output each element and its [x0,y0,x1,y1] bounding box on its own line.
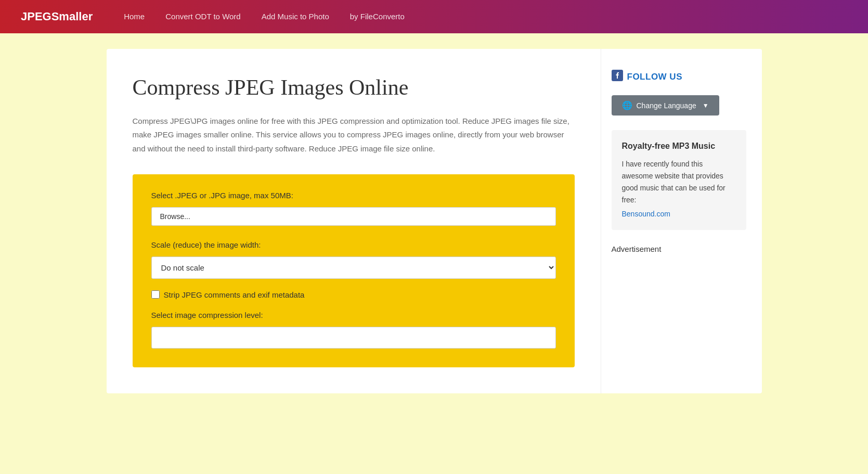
navbar: JPEGSmaller Home Convert ODT to Word Add… [0,0,868,33]
file-input-row: Browse... [151,207,556,226]
nav-home[interactable]: Home [124,12,145,21]
browse-button[interactable]: Browse... [151,207,199,226]
file-input-label: Select .JPEG or .JPG image, max 50MB: [151,191,556,200]
nav-links: Home Convert ODT to Word Add Music to Ph… [124,12,405,21]
music-card-text: I have recently found this awesome websi… [622,158,736,206]
bensound-link[interactable]: Bensound.com [622,210,670,218]
main-card: Compress JPEG Images Online Compress JPE… [107,49,762,393]
main-content: Compress JPEG Images Online Compress JPE… [107,49,601,393]
compression-label: Select image compression level: [151,311,556,319]
strip-metadata-checkbox[interactable] [151,290,160,299]
file-name-display [199,207,556,226]
change-language-button[interactable]: 🌐 Change Language ▼ [612,95,719,116]
follow-us-text: FOLLOW US [627,72,682,82]
nav-fileconverto[interactable]: by FileConverto [350,12,405,21]
music-card-title: Royalty-free MP3 Music [622,142,736,151]
nav-convert-odt[interactable]: Convert ODT to Word [165,12,241,21]
facebook-icon [612,70,623,84]
scale-select[interactable]: Do not scale 200px 400px 600px 800px 100… [151,257,556,279]
page-wrapper: Compress JPEG Images Online Compress JPE… [96,33,772,414]
music-card: Royalty-free MP3 Music I have recently f… [612,130,746,230]
brand-logo[interactable]: JPEGSmaller [21,10,93,23]
compression-select-placeholder [151,327,556,349]
tool-box: Select .JPEG or .JPG image, max 50MB: Br… [133,174,575,367]
advertisement-label: Advertisement [612,245,746,253]
scale-label: Scale (reduce) the image width: [151,240,556,249]
page-title: Compress JPEG Images Online [133,75,575,100]
nav-add-music[interactable]: Add Music to Photo [262,12,329,21]
sidebar: FOLLOW US 🌐 Change Language ▼ Royalty-fr… [601,49,762,393]
globe-icon: 🌐 [622,100,632,110]
follow-us-section: FOLLOW US [612,70,746,84]
chevron-down-icon: ▼ [703,102,709,109]
strip-metadata-label: Strip JPEG comments and exif metadata [164,290,305,299]
change-language-label: Change Language [637,101,696,110]
intro-text: Compress JPEG\JPG images online for free… [133,114,575,156]
strip-metadata-row: Strip JPEG comments and exif metadata [151,290,556,299]
